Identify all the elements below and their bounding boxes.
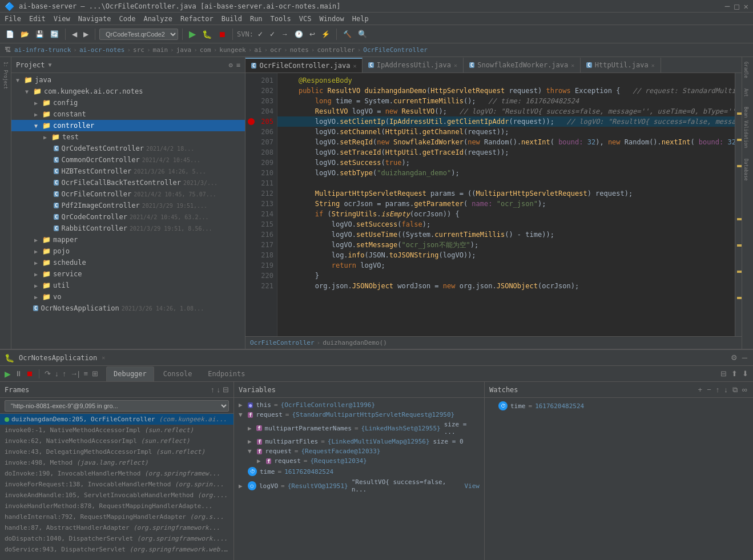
breadcrumb-item-9[interactable]: ocr bbox=[270, 46, 281, 54]
var-request-inner2[interactable]: ▶ f request = {Request@12034} bbox=[234, 456, 484, 466]
frame-item-5[interactable]: doInvoke:190, InvocableHandlerMethod (or… bbox=[0, 468, 233, 479]
var-time[interactable]: ⏱ time = 1617620482524 bbox=[234, 466, 484, 477]
forward-btn[interactable]: ▶ bbox=[81, 29, 91, 39]
menu-code[interactable]: Code bbox=[119, 15, 136, 23]
project-collapse-icon[interactable]: ≡ bbox=[236, 61, 240, 69]
breadcrumb-item-5[interactable]: java bbox=[176, 46, 192, 54]
save-btn[interactable]: 💾 bbox=[33, 29, 46, 39]
menu-navigate[interactable]: Navigate bbox=[78, 15, 111, 23]
sync-btn[interactable]: 🔄 bbox=[48, 29, 61, 39]
menu-tools[interactable]: Tools bbox=[271, 15, 291, 23]
frame-item-0[interactable]: duizhangdanDemo:205, OcrFileController (… bbox=[0, 414, 233, 425]
tab-close-snowflake[interactable]: ✕ bbox=[571, 62, 574, 69]
frame-item-7[interactable]: invokeAndHandle:105, ServletInvocableHan… bbox=[0, 490, 233, 501]
watch-add-btn[interactable]: + bbox=[697, 384, 704, 395]
menu-edit[interactable]: Edit bbox=[29, 15, 46, 23]
vcs-revert-btn[interactable]: ↩ bbox=[307, 29, 317, 39]
frame-item-9[interactable]: handleInternal:792, RequestMappingHandle… bbox=[0, 511, 233, 522]
tab-close-iputil[interactable]: ✕ bbox=[454, 62, 457, 69]
project-dropdown-icon[interactable]: ▼ bbox=[49, 62, 52, 68]
gutter-205[interactable] bbox=[245, 116, 257, 127]
build-btn[interactable]: 🔨 bbox=[341, 29, 354, 39]
debug-stop-btn[interactable]: ⏹ bbox=[25, 368, 35, 379]
debug-frames-btn[interactable]: ⊞ bbox=[91, 368, 99, 379]
vcs-history-btn[interactable]: 🕐 bbox=[292, 29, 305, 39]
menu-vcs[interactable]: VCS bbox=[299, 15, 312, 23]
menu-refactor[interactable]: Refactor bbox=[180, 15, 214, 23]
close-btn[interactable]: ✕ bbox=[744, 2, 748, 11]
tree-file-hzb[interactable]: C HZBTestController 2021/3/26 14:26, 5..… bbox=[11, 166, 245, 177]
debug-session-close[interactable]: ✕ bbox=[102, 354, 105, 361]
debug-stepover-btn[interactable]: ↷ bbox=[43, 368, 52, 379]
tree-file-common[interactable]: C CommonOcrController 2021/4/2 10:45... bbox=[11, 154, 245, 166]
frame-item-3[interactable]: invoke:43, DelegatingMethodAccessorImpl … bbox=[0, 446, 233, 457]
menu-analyze[interactable]: Analyze bbox=[143, 15, 172, 23]
tree-file-rabbit[interactable]: C RabbitController 2021/3/29 19:51, 8.56… bbox=[11, 223, 245, 234]
frame-item-6[interactable]: invokeForRequest:138, InvocableHandlerMe… bbox=[0, 479, 233, 490]
back-btn[interactable]: ◀ bbox=[70, 29, 79, 39]
watch-remove-btn[interactable]: − bbox=[706, 384, 712, 395]
debug-minimize-btn[interactable]: ─ bbox=[741, 352, 748, 363]
vcs-update-btn[interactable]: ✓ bbox=[255, 29, 265, 39]
tab-iputil[interactable]: C IpAddressUtil.java ✕ bbox=[363, 58, 464, 72]
frame-item-1[interactable]: invoke0:-1, NativeMethodAccessorImpl (su… bbox=[0, 425, 233, 436]
tab-close-httputil[interactable]: ✕ bbox=[651, 62, 655, 69]
vcs-commit-btn[interactable]: ✓ bbox=[267, 29, 277, 39]
var-request[interactable]: ▼ f request = {StandardMultipartHttpServ… bbox=[234, 410, 484, 420]
tab-close-ocrfile[interactable]: ✕ bbox=[353, 63, 356, 69]
rtab-ant[interactable]: Ant bbox=[742, 86, 753, 99]
frame-filter-btn[interactable]: ⊟ bbox=[223, 385, 229, 394]
var-request-inner[interactable]: ▼ f request = {RequestFacade@12033} bbox=[234, 446, 484, 456]
menu-file[interactable]: File bbox=[5, 15, 21, 23]
menu-view[interactable]: View bbox=[54, 15, 70, 23]
frame-down-btn[interactable]: ↓ bbox=[217, 385, 221, 394]
tree-pojo[interactable]: ▶ 📁 pojo bbox=[11, 245, 245, 257]
debug-stepout-btn[interactable]: ↑ bbox=[62, 368, 68, 379]
open-btn[interactable]: 📂 bbox=[18, 29, 31, 39]
thread-select[interactable]: "http-nio-8081-exec-9"@9,095 in gro... bbox=[5, 400, 229, 412]
debug-stepinto-btn[interactable]: ↓ bbox=[54, 368, 60, 379]
breadcrumb-item-12[interactable]: OcrFileController bbox=[363, 46, 428, 54]
debug-restore-btn[interactable]: ⬆ bbox=[730, 368, 739, 379]
tree-util[interactable]: ▶ 📁 util bbox=[11, 280, 245, 291]
frame-item-10[interactable]: handle:87, AbstractHandlerAdapter (org.s… bbox=[0, 522, 233, 533]
run-btn[interactable]: ▶ bbox=[187, 27, 198, 41]
breadcrumb-item-2[interactable]: ai-ocr-notes bbox=[79, 46, 124, 54]
menu-help[interactable]: Help bbox=[352, 15, 369, 23]
debug-pause-btn[interactable]: ⏸ bbox=[14, 368, 23, 379]
breadcrumb-item-11[interactable]: controller bbox=[317, 46, 355, 54]
var-this[interactable]: ▶ ● this = {OcrFileController@11996} bbox=[234, 400, 484, 410]
breadcrumb-item-8[interactable]: ai bbox=[254, 46, 261, 54]
tree-mapper[interactable]: ▶ 📁 mapper bbox=[11, 234, 245, 245]
debug-runtocursor-btn[interactable]: →| bbox=[69, 368, 80, 379]
frame-item-4[interactable]: invoke:498, Method (java.lang.reflect) bbox=[0, 457, 233, 468]
tree-file-pdf2img[interactable]: C Pdf2ImageController 2021/3/29 19:51,..… bbox=[11, 200, 245, 211]
tab-endpoints[interactable]: Endpoints bbox=[201, 366, 252, 381]
breadcrumb-item-6[interactable]: com bbox=[200, 46, 211, 54]
tree-file-callback[interactable]: C OcrFileCallBackTestController 2021/3/.… bbox=[11, 177, 245, 188]
tree-file-ocrfile[interactable]: C OcrFileController 2021/4/2 10:45, 75.0… bbox=[11, 188, 245, 200]
breadcrumb-item-10[interactable]: notes bbox=[290, 46, 309, 54]
menu-window[interactable]: Window bbox=[319, 15, 344, 23]
tree-config[interactable]: ▶ 📁 config bbox=[11, 97, 245, 108]
new-file-btn[interactable]: 📄 bbox=[3, 29, 17, 39]
breadcrumb-item-3[interactable]: src bbox=[133, 46, 144, 54]
tab-snowflake[interactable]: C SnowflakeIdWorker.java ✕ bbox=[464, 58, 581, 72]
vtab-1[interactable]: 1: Project bbox=[2, 59, 9, 91]
tab-ocrfile[interactable]: C OcrFileController.java ✕ bbox=[245, 58, 363, 72]
code-text[interactable]: @ResponseBody public ResultVO duizhangda… bbox=[277, 73, 735, 336]
minimize-btn[interactable]: ─ bbox=[725, 2, 730, 11]
debug-evaluate-btn[interactable]: ≡ bbox=[82, 368, 89, 379]
tree-schedule[interactable]: ▶ 📁 schedule bbox=[11, 257, 245, 268]
tree-file-app[interactable]: C OcrNotesApplication 2021/3/26 14:26, 1… bbox=[11, 303, 245, 314]
debug-btn[interactable]: 🐛 bbox=[200, 29, 214, 40]
tab-debugger[interactable]: Debugger bbox=[106, 366, 154, 381]
debug-layout-btn[interactable]: ⬇ bbox=[741, 368, 750, 379]
var-multipartfiles[interactable]: ▶ f multipartFiles = {LinkedMultiValueMa… bbox=[234, 437, 484, 446]
vcs-push-btn[interactable]: → bbox=[279, 29, 291, 39]
stop-btn[interactable]: ⏹ bbox=[216, 29, 228, 40]
tree-test[interactable]: ▶ 📁 test bbox=[11, 131, 245, 143]
maximize-btn[interactable]: □ bbox=[734, 2, 739, 11]
tab-console[interactable]: Console bbox=[156, 366, 199, 381]
frame-item-2[interactable]: invoke:62, NativeMethodAccessorImpl (sun… bbox=[0, 436, 233, 446]
